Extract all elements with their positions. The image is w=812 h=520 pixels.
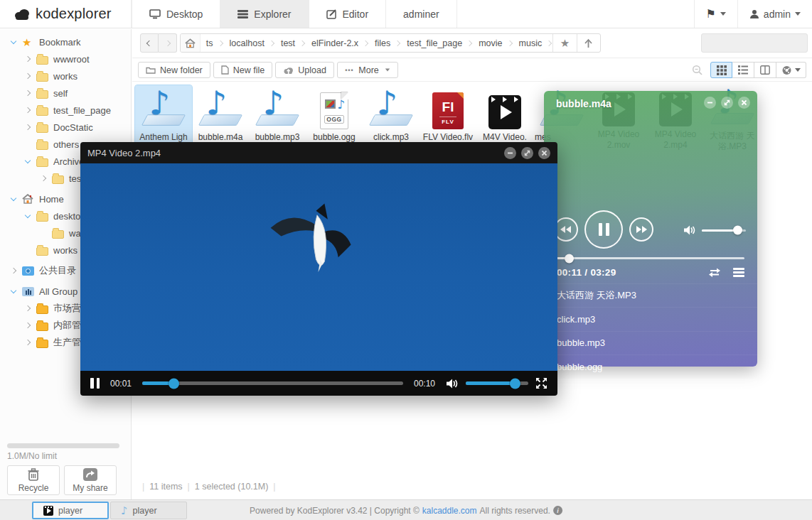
chevron-right-icon[interactable]: [11, 268, 16, 273]
next-icon: [636, 226, 647, 233]
previous-track-button[interactable]: [554, 217, 578, 242]
breadcrumb-segment[interactable]: localhost: [224, 34, 275, 52]
chevron-right-icon[interactable]: [25, 305, 31, 311]
next-track-button[interactable]: [629, 217, 653, 242]
playlist-item[interactable]: bubble.ogg: [544, 354, 757, 378]
minimize-button[interactable]: [504, 147, 516, 159]
file-item[interactable]: ♪ bubble.mp3: [249, 85, 306, 151]
chevron-down-icon[interactable]: [11, 287, 16, 293]
sidebar-item-self[interactable]: self: [0, 85, 131, 102]
close-button[interactable]: [738, 97, 750, 109]
chevron-down-icon[interactable]: [25, 212, 31, 217]
chevron-right-icon[interactable]: [25, 90, 31, 96]
sidebar-item-works[interactable]: works: [0, 67, 131, 85]
breadcrumb-segment[interactable]: elFinder-2.x: [306, 34, 369, 52]
video-volume-slider[interactable]: [466, 381, 528, 385]
info-icon[interactable]: i: [553, 506, 562, 515]
recycle-button[interactable]: Recycle: [7, 465, 60, 495]
theme-button[interactable]: [776, 62, 806, 78]
video-volume-knob[interactable]: [510, 378, 520, 389]
fullscreen-icon[interactable]: [535, 377, 547, 389]
breadcrumb-segment[interactable]: test_file_page: [401, 34, 473, 52]
list-view-icon: [738, 65, 748, 75]
audio-progress-bar[interactable]: [557, 257, 744, 259]
video-viewport[interactable]: [80, 163, 557, 371]
breadcrumb-segment[interactable]: music: [513, 34, 553, 52]
maximize-button[interactable]: [721, 97, 733, 109]
favorite-path-button[interactable]: ★: [552, 34, 576, 52]
chevron-down-icon[interactable]: [11, 195, 16, 200]
user-icon: [749, 9, 759, 19]
playlist-item[interactable]: bubble.mp3: [544, 331, 757, 354]
breadcrumb-segment[interactable]: files: [369, 34, 401, 52]
video-pause-button[interactable]: [90, 378, 100, 389]
chevron-right-icon[interactable]: [25, 340, 31, 345]
video-progress-knob[interactable]: [169, 378, 179, 389]
chevron-right-icon[interactable]: [41, 175, 46, 181]
view-columns-button[interactable]: [754, 62, 776, 78]
taskbar-audio-player-button[interactable]: ♪ player: [110, 502, 187, 519]
sidebar-item-test-file-page[interactable]: test_file_page: [0, 102, 131, 119]
volume-knob[interactable]: [733, 226, 742, 235]
chevron-right-icon[interactable]: [25, 107, 31, 113]
new-file-button[interactable]: New file: [213, 62, 272, 78]
tab-desktop[interactable]: Desktop: [132, 0, 220, 28]
close-button[interactable]: [538, 147, 550, 159]
file-item[interactable]: ♪ click.mp3: [363, 85, 420, 151]
more-button[interactable]: ⋯ More: [337, 62, 398, 78]
tab-editor[interactable]: Editor: [309, 0, 387, 28]
playlist-item[interactable]: click.mp3: [544, 307, 757, 330]
playlist-menu-icon[interactable]: [733, 268, 744, 277]
sidebar-item-wwwroot[interactable]: wwwroot: [0, 50, 131, 67]
view-list-button[interactable]: [732, 62, 754, 78]
view-grid-button[interactable]: [710, 62, 732, 78]
minimize-button[interactable]: [704, 97, 716, 109]
video-progress-bar[interactable]: [142, 381, 403, 385]
sidebar-item-docstatic[interactable]: DocStatic: [0, 119, 131, 136]
upload-button[interactable]: Upload: [275, 62, 334, 78]
maximize-button[interactable]: [521, 147, 533, 159]
file-item[interactable]: FlFLV FLV Video.flv: [420, 85, 476, 151]
pause-button[interactable]: [584, 210, 623, 249]
playlist-item[interactable]: Anthem Lights - Stranger.mp3: [544, 402, 757, 426]
sidebar-item-label: Archive: [53, 156, 84, 167]
video-volume-icon[interactable]: [446, 378, 459, 389]
breadcrumb-home-button[interactable]: [181, 34, 201, 52]
my-share-button[interactable]: My share: [64, 465, 117, 495]
forward-button[interactable]: [159, 33, 177, 53]
taskbar-video-player-button[interactable]: player: [32, 502, 109, 519]
user-menu[interactable]: admin: [737, 0, 812, 28]
chevron-right-icon[interactable]: [25, 73, 31, 79]
back-button[interactable]: [140, 33, 159, 53]
chevron-right-icon[interactable]: [25, 124, 31, 130]
playlist-item[interactable]: 大话西游 天浴.MP3: [544, 283, 757, 307]
tab-explorer[interactable]: Explorer: [220, 0, 309, 28]
chevron-down-icon[interactable]: [11, 38, 16, 43]
playlist-item-active[interactable]: bubble.m4a: [544, 379, 757, 402]
chevron-down-icon[interactable]: [25, 157, 31, 163]
repeat-icon[interactable]: [707, 267, 722, 278]
video-title-bar[interactable]: MP4 Video 2.mp4: [80, 142, 557, 163]
progress-knob[interactable]: [565, 254, 574, 263]
sidebar-item-bookmark[interactable]: ★Bookmark: [0, 33, 131, 50]
file-item[interactable]: ♪OGG bubble.ogg: [306, 85, 363, 151]
breadcrumb-label: test: [281, 38, 295, 48]
volume-slider[interactable]: [702, 229, 746, 232]
footer-link[interactable]: kalcaddle.com: [422, 506, 477, 516]
chevron-right-icon[interactable]: [25, 323, 31, 328]
file-item[interactable]: ♪ bubble.m4a: [192, 85, 249, 151]
volume-icon[interactable]: [683, 224, 696, 236]
breadcrumb-segment[interactable]: ts: [201, 34, 224, 52]
search-input[interactable]: [702, 38, 812, 48]
language-menu[interactable]: ⚑: [694, 0, 737, 28]
zoom-icon[interactable]: [692, 65, 703, 76]
breadcrumb-segment[interactable]: test: [275, 34, 306, 52]
file-item[interactable]: ♪ Anthem Ligh: [135, 85, 192, 151]
breadcrumb-segment[interactable]: movie: [473, 34, 513, 52]
app-logo[interactable]: kodexplorer: [0, 0, 132, 28]
file-item[interactable]: M4V Video.: [476, 85, 533, 151]
new-folder-button[interactable]: New folder: [138, 62, 210, 78]
tab-adminer[interactable]: adminer: [386, 0, 457, 28]
chevron-right-icon[interactable]: [25, 56, 31, 62]
up-directory-button[interactable]: [577, 34, 600, 52]
